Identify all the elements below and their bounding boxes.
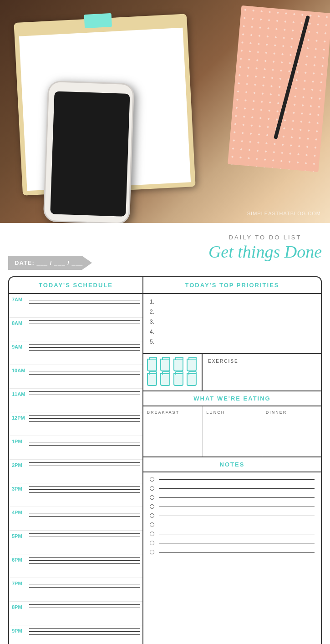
line [29, 533, 140, 534]
meals-grid: BREAKFASTLUNCHDINNER [143, 406, 321, 456]
priority-line [158, 332, 315, 332]
subtitle: DAILY TO DO LIST [208, 234, 322, 241]
priority-line [158, 302, 315, 302]
time-slot: 12PM [9, 412, 142, 436]
schedule-body: 7AM 8AM 9AM 10AM 11AM [9, 294, 142, 644]
line [29, 442, 140, 442]
water-cup[interactable] [160, 373, 170, 386]
priority-line [158, 312, 315, 312]
time-slot: 9AM [9, 341, 142, 365]
line [29, 462, 140, 463]
time-lines [29, 461, 140, 469]
line [29, 611, 140, 611]
time-lines [29, 390, 140, 398]
meal-label: DINNER [266, 410, 317, 415]
time-lines [29, 413, 140, 422]
time-slot: 8AM [9, 318, 142, 341]
time-slot: 10AM [9, 365, 142, 389]
line [29, 560, 140, 561]
date-blanks: ___ / ___ / ___ [36, 259, 83, 266]
line [29, 445, 140, 446]
eating-header: WHAT WE'RE EATING [143, 391, 321, 406]
note-item [150, 541, 315, 545]
priority-item: 4. [150, 329, 315, 335]
note-item [150, 550, 315, 554]
meal-label: LUNCH [206, 410, 258, 415]
phone [43, 81, 135, 223]
priority-item: 5. [150, 339, 315, 345]
time-slot: 7AM [9, 294, 142, 318]
note-line [159, 507, 315, 507]
time-label: 7AM [12, 295, 29, 302]
priorities-section: TODAY'S TOP PRIORITIES 1. 2. 3. 4. 5. [143, 277, 321, 354]
note-line [159, 552, 315, 553]
line [29, 350, 140, 351]
pink-paper [228, 5, 330, 172]
water-cup[interactable] [187, 373, 197, 386]
time-slot: 4PM [9, 507, 142, 531]
time-label: 8AM [12, 319, 29, 326]
time-lines [29, 555, 140, 564]
time-slot: 11AM [9, 389, 142, 412]
time-slot: 2PM [9, 460, 142, 483]
note-line [159, 497, 315, 498]
note-item [150, 495, 315, 500]
note-line [159, 488, 315, 489]
eating-section: WHAT WE'RE EATING BREAKFASTLUNCHDINNER [143, 391, 321, 457]
time-lines [29, 366, 140, 375]
line [29, 415, 140, 416]
note-circle [150, 477, 154, 482]
time-slot: 7PM [9, 578, 142, 602]
line [29, 327, 140, 327]
time-label: 5PM [12, 532, 29, 539]
time-label: 4PM [12, 508, 29, 515]
line [29, 395, 140, 395]
polka-dot-pattern [228, 5, 330, 172]
line [29, 439, 140, 439]
line [29, 300, 140, 300]
phone-screen [50, 91, 130, 217]
time-slot: 9PM [9, 625, 142, 644]
line [29, 466, 140, 466]
schedule-column: TODAY'S SCHEDULE 7AM 8AM 9AM 10AM [9, 277, 143, 644]
note-line [159, 534, 315, 534]
water-cup[interactable] [187, 359, 197, 371]
line [29, 347, 140, 348]
note-circle [150, 504, 154, 509]
note-item [150, 486, 315, 491]
exercise-label: EXERCISE [208, 359, 315, 364]
water-cup[interactable] [147, 359, 157, 371]
main-title: Get things Done [208, 242, 322, 262]
title-block: DAILY TO DO LIST Get things Done [208, 232, 322, 262]
line [29, 368, 140, 368]
watermark: SIMPLEASTHATBLOG.COM [247, 211, 321, 216]
note-circle [150, 486, 154, 491]
time-lines [29, 437, 140, 446]
line [29, 391, 140, 392]
water-cup[interactable] [173, 359, 183, 371]
line [29, 371, 140, 371]
priority-line [158, 342, 315, 342]
note-line [159, 479, 315, 480]
note-item [150, 532, 315, 536]
priority-item: 2. [150, 309, 315, 315]
note-item [150, 522, 315, 527]
priorities-header: TODAY'S TOP PRIORITIES [143, 277, 321, 294]
water-cup[interactable] [147, 373, 157, 386]
line [29, 324, 140, 324]
priority-number: 5. [150, 339, 158, 345]
priority-number: 3. [150, 319, 158, 325]
note-circle [150, 532, 154, 536]
time-slot: 3PM [9, 483, 142, 507]
time-label: 8PM [12, 603, 29, 610]
time-lines [29, 319, 140, 327]
line [29, 587, 140, 588]
line [29, 557, 140, 558]
notes-header: NOTES [143, 457, 321, 472]
line [29, 563, 140, 564]
line [29, 604, 140, 605]
schedule-header: TODAY'S SCHEDULE [9, 277, 142, 294]
line [29, 469, 140, 469]
water-cup[interactable] [173, 373, 183, 386]
water-cup[interactable] [160, 359, 170, 371]
